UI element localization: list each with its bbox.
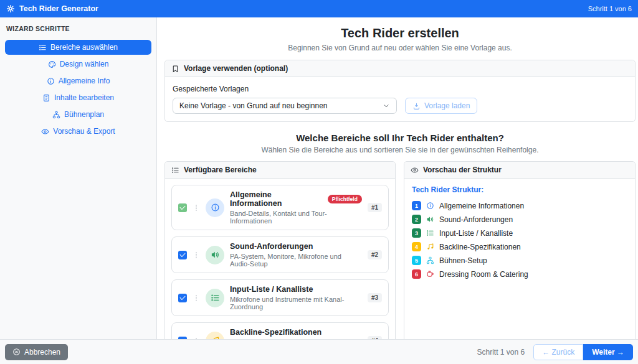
template-card-title: Vorlage verwenden (optional) [184,64,288,73]
template-select[interactable]: Keine Vorlage - von Grund auf neu beginn… [173,98,397,114]
page-title: Tech Rider erstellen [164,25,636,41]
list-icon [39,44,47,52]
sitemap-icon [52,111,60,119]
cancel-button-label: Abbrechen [24,348,60,357]
order-number-badge: 4 [412,242,421,251]
preview-item: 3 Input-Liste / Kanalliste [412,228,627,238]
eye-icon [411,166,419,174]
sidebar-item-label: Allgemeine Info [59,77,110,85]
preview-item-label: Backline-Spezifikationen [439,243,521,251]
structure-list-title: Tech Rider Struktur: [412,185,627,194]
sidebar-item-label: Inhalte bearbeiten [54,93,114,102]
preview-item: 1 Allgemeine Informationen [412,201,627,210]
sidebar-item-buehnenplan[interactable]: Bühnenplan [5,107,151,122]
app-brand: Tech Rider Generator [6,4,98,13]
gear-icon [6,4,15,13]
load-template-button[interactable]: Vorlage laden [405,98,477,114]
order-number-badge: 6 [412,269,421,279]
sitemap-icon [426,256,434,264]
preview-item-label: Sound-Anforderungen [439,215,513,224]
order-number-badge: 3 [412,228,421,238]
structure-preview-header: Vorschau der Struktur [404,162,635,179]
saved-templates-label: Gespeicherte Vorlagen [173,85,627,93]
order-pill: #2 [368,250,382,259]
section-list: Allgemeine Informationen Pflichtfeld Ban… [165,179,395,364]
preview-item-label: Dressing Room & Catering [439,270,528,279]
sidebar-item-label: Design wählen [60,60,109,68]
sidebar-item-vorschau-export[interactable]: Vorschau & Export [5,124,151,139]
section-checkbox[interactable] [178,203,187,212]
bookmark-icon [171,65,179,73]
section-description: Band-Details, Kontakt und Tour-Informati… [230,210,362,225]
preview-item-label: Allgemeine Informationen [439,202,524,210]
chevron-down-icon [383,102,390,110]
available-sections-panel: Verfügbare Bereiche Allgemeine Informati… [164,161,396,364]
structure-preview-body: Tech Rider Struktur: 1 Allgemeine Inform… [404,179,635,290]
order-number-badge: 1 [412,201,421,210]
drag-handle-icon[interactable] [193,293,200,303]
download-icon [412,102,421,110]
preview-item: 5 Bühnen-Setup [412,256,627,265]
order-number-badge: 2 [412,215,421,224]
section-heading: Welche Bereiche soll Ihr Tech Rider enth… [164,133,636,143]
page-subtitle: Beginnen Sie von Grund auf neu oder wähl… [164,44,636,52]
cancel-button[interactable]: Abbrechen [5,344,68,360]
available-sections-title: Verfügbare Bereiche [184,166,257,174]
footer-bar: Abbrechen Schritt 1 von 6 ← Zurück Weite… [0,339,638,364]
info-icon [426,202,434,210]
main-content: Tech Rider erstellen Beginnen Sie von Gr… [157,17,638,364]
palette-icon [48,60,56,68]
section-title: Sound-Anforderungen [230,242,313,251]
section-checkbox[interactable] [178,294,187,302]
sidebar-item-bereiche-auswaehlen[interactable]: Bereiche auswählen [5,40,151,55]
wizard-nav-buttons: ← Zurück Weiter → [533,344,633,360]
section-row-input-liste: Input-Liste / Kanalliste Mikrofone und I… [171,279,389,316]
coffee-icon [426,270,434,278]
preview-item-label: Input-Liste / Kanalliste [439,229,513,238]
order-number-badge: 5 [412,256,421,265]
back-button[interactable]: ← Zurück [533,344,583,360]
app-title: Tech Rider Generator [19,4,98,13]
available-sections-header: Verfügbare Bereiche [165,162,395,179]
list-icon [211,293,220,302]
info-icon [47,77,55,85]
sidebar-heading: WIZARD SCHRITTE [6,25,151,32]
sidebar-item-label: Bühnenplan [64,110,104,119]
sidebar: WIZARD SCHRITTE Bereiche auswählen Desig… [0,17,157,339]
structure-preview-panel: Vorschau der Struktur Tech Rider Struktu… [404,161,636,355]
top-bar: Tech Rider Generator Schritt 1 von 6 [0,0,638,17]
eye-icon [41,128,49,136]
header-step-indicator: Schritt 1 von 6 [588,5,632,12]
order-pill: #1 [368,203,382,212]
template-card-header: Vorlage verwenden (optional) [165,60,635,77]
x-circle-icon [12,348,21,356]
next-button[interactable]: Weiter → [583,344,633,360]
list-icon [426,229,434,237]
template-card: Vorlage verwenden (optional) Gespeichert… [164,60,636,122]
volume-icon [426,215,434,223]
sidebar-item-label: Vorschau & Export [53,127,115,136]
drag-handle-icon[interactable] [193,250,200,260]
volume-icon [211,250,220,259]
sidebar-item-design-waehlen[interactable]: Design wählen [5,57,151,72]
required-badge: Pflichtfeld [328,195,362,203]
info-icon [211,203,220,212]
file-text-icon [42,94,50,102]
sidebar-item-inhalte-bearbeiten[interactable]: Inhalte bearbeiten [5,90,151,105]
preview-item-label: Bühnen-Setup [439,256,487,265]
section-checkbox[interactable] [178,251,187,259]
drag-handle-icon[interactable] [193,203,200,213]
load-template-label: Vorlage laden [424,101,470,110]
section-title: Allgemeine Informationen [230,190,324,208]
section-title: Input-Liste / Kanalliste [230,285,313,294]
section-row-allgemeine-informationen: Allgemeine Informationen Pflichtfeld Ban… [171,185,389,230]
section-row-sound-anforderungen: Sound-Anforderungen PA-System, Monitore,… [171,236,389,273]
preview-item: 4 Backline-Spezifikationen [412,242,627,251]
sidebar-item-allgemeine-info[interactable]: Allgemeine Info [5,73,151,88]
sidebar-item-label: Bereiche auswählen [50,43,118,52]
music-note-icon [426,243,434,251]
section-description: Mikrofone und Instrumente mit Kanal-Zuor… [230,296,362,310]
order-pill: #3 [368,293,382,302]
section-description: PA-System, Monitore, Mikrofone und Audio… [230,253,362,268]
section-title: Backline-Spezifikationen [230,328,321,337]
